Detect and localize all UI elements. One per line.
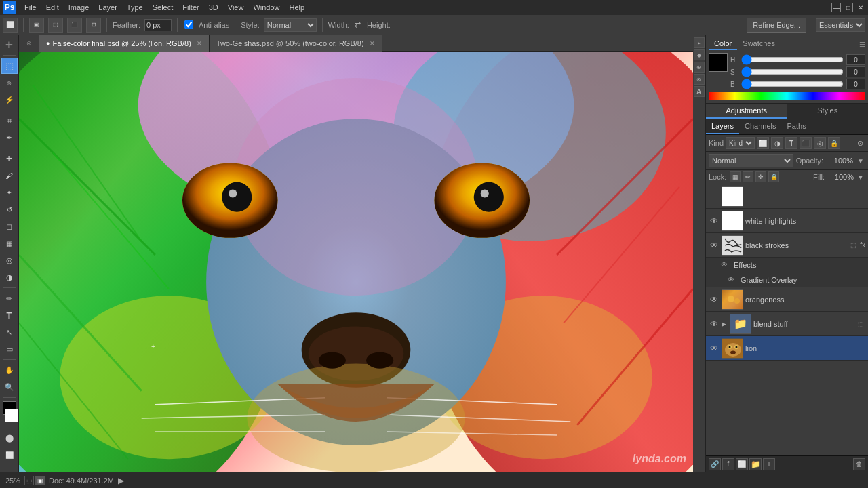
layer-visibility-orange[interactable]: 👁: [709, 294, 719, 305]
toolbar-btn-4[interactable]: ⬛: [67, 18, 82, 33]
eyedropper-tool[interactable]: ✒: [1, 129, 18, 146]
canvas-size-btn[interactable]: ⬚: [24, 476, 34, 485]
quick-select-tool[interactable]: ⚡: [1, 92, 18, 108]
swap-dimensions-icon[interactable]: ⇄: [353, 18, 363, 32]
shape-tool[interactable]: ▭: [1, 341, 18, 357]
menu-view[interactable]: View: [224, 2, 248, 13]
rect-marquee-btn[interactable]: ⬜: [3, 18, 18, 33]
hand-tool[interactable]: ✋: [1, 362, 18, 378]
dodge-tool[interactable]: ◑: [1, 269, 18, 285]
filter-shape-icon[interactable]: ⬛: [800, 137, 812, 149]
brightness-slider[interactable]: [741, 81, 844, 87]
pen-tool[interactable]: ✏: [1, 290, 18, 306]
menu-select[interactable]: Select: [149, 2, 178, 13]
tab-geishas[interactable]: Two-Geishas.psd @ 50% (two-color, RGB/8)…: [210, 35, 382, 52]
brush-tool[interactable]: 🖌: [1, 167, 18, 184]
layer-visibility-white[interactable]: 👁: [709, 216, 719, 226]
layer-item-blend-stuff[interactable]: 👁 ▶ 📁 blend stuff ⬚: [706, 312, 868, 336]
tab-close-1[interactable]: ✕: [197, 40, 202, 47]
zoom-tool[interactable]: 🔍: [1, 379, 18, 395]
gradient-tool[interactable]: ▦: [1, 235, 18, 251]
menu-filter[interactable]: Filter: [178, 2, 203, 13]
menu-edit[interactable]: Edit: [42, 2, 63, 13]
quick-mask-btn[interactable]: ⬤: [1, 430, 18, 446]
style-select[interactable]: Normal Fixed Ratio Fixed Size: [264, 18, 317, 32]
lock-transparency[interactable]: ▦: [730, 171, 741, 182]
layer-item-blank[interactable]: [706, 184, 868, 209]
mini-btn-2[interactable]: ◆: [694, 49, 705, 60]
healing-tool[interactable]: ✚: [1, 150, 18, 167]
saturation-value[interactable]: [846, 66, 865, 77]
link-layers-btn[interactable]: 🔗: [709, 458, 721, 470]
kind-select[interactable]: Kind: [726, 137, 755, 149]
add-mask-btn[interactable]: ⬜: [736, 458, 748, 470]
swatches-tab[interactable]: Swatches: [737, 38, 781, 50]
menu-3d[interactable]: 3D: [205, 2, 222, 13]
menu-window[interactable]: Window: [249, 2, 283, 13]
refine-edge-btn[interactable]: Refine Edge...: [747, 18, 806, 33]
color-spectrum[interactable]: [709, 92, 865, 100]
adjustments-tab[interactable]: Adjustments: [706, 104, 787, 119]
tab-false-color[interactable]: ● False-color final.psd @ 25% (lion, RGB…: [39, 35, 210, 52]
filter-smart-icon[interactable]: ◎: [814, 137, 826, 149]
layer-visibility-black[interactable]: 👁: [709, 240, 719, 251]
layers-tab-channels[interactable]: Channels: [739, 119, 781, 134]
anti-alias-check[interactable]: [184, 20, 193, 29]
menu-help[interactable]: Help: [285, 2, 309, 13]
maximize-btn[interactable]: □: [844, 3, 853, 12]
workspace-select[interactable]: Essentials: [816, 18, 865, 32]
eraser-tool[interactable]: ◻: [1, 218, 18, 235]
canvas-size-btn2[interactable]: ▣: [35, 476, 45, 485]
mini-btn-1[interactable]: ▸: [694, 37, 705, 48]
opacity-arrow[interactable]: ▼: [856, 156, 865, 165]
blur-tool[interactable]: ◎: [1, 252, 18, 268]
add-style-btn[interactable]: f: [722, 458, 734, 470]
toolbar-btn-3[interactable]: ⬚: [48, 18, 63, 33]
layer-gradient-row[interactable]: 👁 Gradient Overlay: [706, 272, 868, 287]
minimize-btn[interactable]: —: [831, 3, 841, 12]
menu-type[interactable]: Type: [123, 2, 147, 13]
delete-layer-btn[interactable]: 🗑: [853, 458, 865, 470]
filter-toggle-icon[interactable]: ⊘: [854, 138, 865, 148]
hue-value[interactable]: [846, 54, 865, 65]
layers-panel-menu[interactable]: ☰: [856, 119, 868, 134]
layer-visibility-lion[interactable]: 👁: [709, 343, 719, 354]
blend-mode-select[interactable]: Normal Multiply Screen Overlay: [709, 154, 793, 167]
clone-tool[interactable]: ✦: [1, 184, 18, 201]
type-tool[interactable]: T: [1, 307, 18, 323]
crop-tool[interactable]: ⌗: [1, 113, 18, 129]
filter-pixel-icon[interactable]: ⬜: [757, 137, 769, 149]
marquee-tool[interactable]: ⬚: [1, 58, 18, 74]
play-btn[interactable]: ▶: [118, 476, 124, 485]
toolbar-btn-5[interactable]: ⊡: [86, 18, 101, 33]
lock-all[interactable]: 🔒: [768, 171, 779, 182]
mini-btn-type[interactable]: A: [694, 86, 705, 97]
filter-lock-icon[interactable]: 🔒: [828, 137, 840, 149]
new-group-btn[interactable]: 📁: [749, 458, 762, 470]
layer-visibility-blank[interactable]: [709, 191, 719, 202]
brightness-value[interactable]: [846, 79, 865, 89]
layer-effects-row[interactable]: 👁 Effects: [706, 258, 868, 272]
lock-image[interactable]: ✏: [743, 171, 753, 182]
color-panel-menu[interactable]: ☰: [859, 41, 865, 48]
lock-position[interactable]: ✛: [755, 171, 766, 182]
lasso-tool[interactable]: ⌾: [1, 75, 18, 91]
styles-tab[interactable]: Styles: [787, 104, 869, 119]
mini-btn-3[interactable]: ⊕: [694, 62, 705, 73]
move-tool[interactable]: ✛: [1, 37, 18, 53]
tab-close-2[interactable]: ✕: [370, 40, 375, 47]
new-layer-btn[interactable]: +: [763, 458, 775, 470]
feather-input[interactable]: [144, 19, 172, 31]
close-btn[interactable]: ✕: [856, 3, 865, 12]
layer-item-orangeness[interactable]: 👁 orangeness: [706, 287, 868, 312]
layer-item-lion[interactable]: 👁 lion: [706, 336, 868, 361]
filter-type-icon[interactable]: T: [785, 137, 797, 149]
fill-arrow[interactable]: ▼: [856, 172, 865, 182]
background-color[interactable]: [5, 409, 18, 422]
layer-item-white-highlights[interactable]: 👁 white highlights: [706, 209, 868, 233]
group-arrow-icon[interactable]: ▶: [722, 321, 726, 327]
hue-slider[interactable]: [741, 57, 844, 62]
filter-adj-icon[interactable]: ◑: [771, 137, 783, 149]
foreground-swatch[interactable]: [709, 53, 728, 72]
color-tab[interactable]: Color: [709, 38, 737, 50]
